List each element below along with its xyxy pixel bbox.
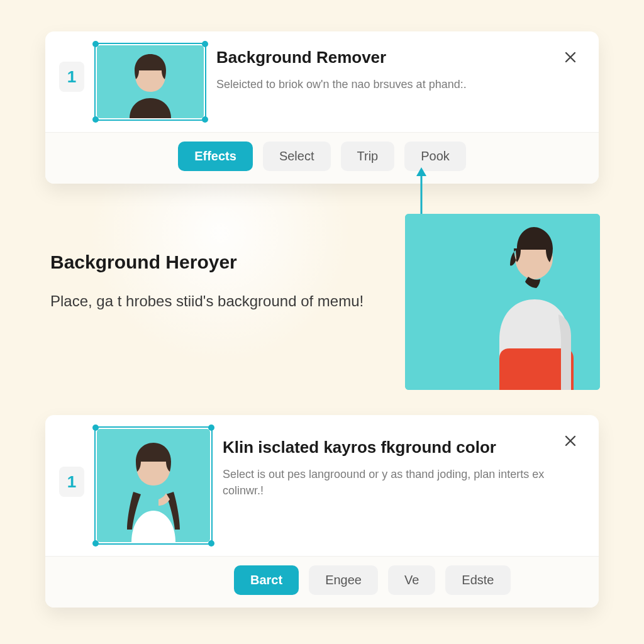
tab-engee[interactable]: Engee — [309, 565, 378, 595]
section-heading: Background Heroyer — [50, 252, 237, 273]
card-title: Klin isclated kayros fkground color — [223, 438, 546, 457]
step-number-badge: 1 — [59, 62, 84, 92]
tab-pook[interactable]: Pook — [404, 142, 466, 171]
close-icon — [565, 52, 576, 63]
close-button[interactable] — [558, 429, 582, 453]
tab-ve[interactable]: Ve — [388, 565, 435, 595]
card-subtitle: Seleicted to briok ow'n the nao brsuves … — [216, 76, 546, 92]
step-card-1: 1 Background Remover Seleicted to briok … — [45, 31, 599, 184]
tab-bar: Effects Select Trip Pook — [45, 132, 599, 184]
card-title: Background Remover — [216, 48, 546, 67]
portrait-thumb-icon — [97, 429, 210, 542]
resize-handle-icon[interactable] — [202, 116, 208, 123]
step-number-badge: 1 — [59, 467, 84, 497]
section-body: Place, ga t hrobes stiid's background of… — [50, 289, 365, 313]
step-card-2: 1 Klin isclated kayros fkground color — [45, 415, 599, 608]
example-image — [405, 214, 600, 390]
card-subtitle: Select is out pes langroound or y as tha… — [223, 466, 546, 499]
portrait-thumb-icon — [97, 45, 204, 118]
tab-trip[interactable]: Trip — [341, 142, 395, 171]
tab-select[interactable]: Select — [263, 142, 331, 171]
thumbnail-selection[interactable] — [97, 45, 204, 118]
tab-edste[interactable]: Edste — [445, 565, 510, 595]
tab-barct[interactable]: Barct — [234, 565, 299, 595]
tab-effects[interactable]: Effects — [178, 142, 253, 171]
tab-bar: Barct Engee Ve Edste — [45, 556, 599, 608]
resize-handle-icon[interactable] — [208, 540, 214, 547]
close-button[interactable] — [558, 45, 582, 69]
standing-person-icon — [405, 214, 600, 390]
thumbnail-selection[interactable] — [97, 429, 210, 542]
close-icon — [565, 435, 576, 447]
